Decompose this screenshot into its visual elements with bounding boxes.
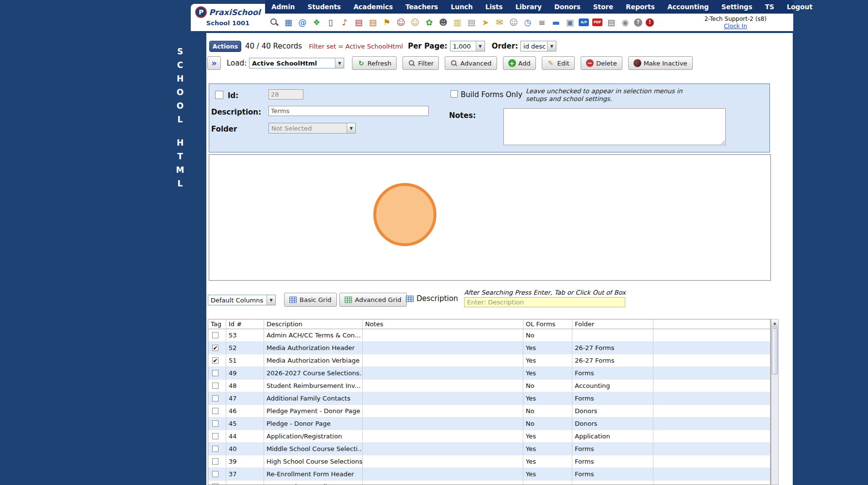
nav-item-lists[interactable]: Lists xyxy=(479,3,509,11)
description-input[interactable] xyxy=(268,106,429,116)
mobile-phone-icon[interactable]: ▯ xyxy=(325,17,336,28)
column-header[interactable]: Folder xyxy=(572,319,653,329)
column-header[interactable] xyxy=(653,319,770,329)
column-header[interactable]: OL Forms xyxy=(523,319,572,329)
table-row[interactable]: 47Additional Family ContactsYesForms xyxy=(208,392,770,405)
scroll-up-arrow-icon[interactable] xyxy=(771,319,778,327)
nav-item-academics[interactable]: Academics xyxy=(347,3,399,11)
column-header[interactable]: Tag xyxy=(208,319,226,329)
leaf-icon[interactable]: ✿ xyxy=(424,17,434,28)
advanced-grid-button[interactable]: Advanced Grid xyxy=(339,293,407,307)
table-row[interactable]: 39High School Course SelectionsYesForms xyxy=(208,455,770,468)
row-tag-checkbox[interactable] xyxy=(212,345,218,351)
orange-circle[interactable] xyxy=(373,183,436,246)
build-forms-only-checkbox[interactable] xyxy=(451,90,458,98)
list-icon[interactable]: ≡ xyxy=(536,17,547,28)
gold-arrow-icon[interactable]: ➤ xyxy=(480,17,491,28)
table-row[interactable]: 46Pledge Payment - Donor PageNoDonors xyxy=(208,405,770,418)
row-tag-checkbox[interactable] xyxy=(212,420,218,427)
nav-item-students[interactable]: Students xyxy=(301,3,347,11)
delete-button[interactable]: Delete xyxy=(581,56,622,70)
column-header[interactable]: Description xyxy=(264,319,363,329)
id-input[interactable] xyxy=(268,89,303,100)
person-yellow-icon[interactable]: ☺ xyxy=(410,17,420,28)
people-icon[interactable]: ☻ xyxy=(438,17,449,28)
student-red-icon[interactable]: ☺ xyxy=(396,17,406,28)
notes-textarea[interactable] xyxy=(503,108,726,145)
folder-select[interactable]: Not Selected xyxy=(268,123,356,134)
preview-panel[interactable] xyxy=(209,154,771,281)
nav-item-accounting[interactable]: Accounting xyxy=(661,3,715,11)
row-tag-checkbox[interactable] xyxy=(212,357,218,364)
chat-bubble-icon[interactable]: ❖ xyxy=(311,17,322,28)
order-select[interactable]: id desc xyxy=(520,41,556,51)
filter-button[interactable]: Filter xyxy=(402,56,439,70)
nav-item-donors[interactable]: Donors xyxy=(548,3,587,11)
table-row[interactable]: 37Re-Enrollment Form HeaderYesForms xyxy=(208,468,770,481)
expand-button[interactable] xyxy=(207,56,221,70)
nav-item-library[interactable]: Library xyxy=(509,3,548,11)
actions-button[interactable]: Actions xyxy=(209,41,241,52)
speaker-icon[interactable]: ♪ xyxy=(339,17,350,28)
nav-item-admin[interactable]: Admin xyxy=(265,3,301,11)
ap-badge-icon[interactable]: A/P xyxy=(579,18,589,26)
table-row[interactable]: 53Admin ACH/CC Terms & Con...No xyxy=(208,329,770,342)
row-tag-checkbox[interactable] xyxy=(212,458,218,465)
table-row[interactable]: 36New Student Enrollment For...YesForms xyxy=(208,481,770,485)
table-row[interactable]: 52Media Authorization HeaderYes26-27 For… xyxy=(208,342,770,354)
nav-item-reports[interactable]: Reports xyxy=(619,3,661,11)
row-tag-checkbox[interactable] xyxy=(212,433,218,439)
advanced-button[interactable]: Advanced xyxy=(445,56,497,70)
notepad-icon[interactable]: ▤ xyxy=(466,17,477,28)
send-mail-icon[interactable]: ✉ xyxy=(494,17,505,28)
row-tag-checkbox[interactable] xyxy=(212,332,218,338)
search-icon[interactable] xyxy=(269,17,280,28)
record-select-checkbox[interactable] xyxy=(215,91,223,99)
cards-icon[interactable]: ▥ xyxy=(452,17,463,28)
column-header[interactable]: Notes xyxy=(363,319,523,329)
basic-grid-button[interactable]: Basic Grid xyxy=(284,293,337,307)
table-grid-icon[interactable]: ▦ xyxy=(283,17,294,28)
printer-icon[interactable]: ▤ xyxy=(606,17,617,28)
megaphone-icon[interactable]: ⚑ xyxy=(382,17,392,28)
table-row[interactable]: 48Student Reimbursement Inv...NoAccounti… xyxy=(208,380,770,392)
calendar-icon[interactable]: ▤ xyxy=(353,17,364,28)
clock-in-link[interactable]: Clock In xyxy=(724,23,747,30)
nav-item-lunch[interactable]: Lunch xyxy=(444,3,479,11)
nav-item-teachers[interactable]: Teachers xyxy=(399,3,444,11)
row-tag-checkbox[interactable] xyxy=(212,446,218,452)
row-tag-checkbox[interactable] xyxy=(212,383,218,389)
row-tag-checkbox[interactable] xyxy=(212,395,218,401)
row-tag-checkbox[interactable] xyxy=(212,370,218,376)
disc-icon[interactable]: ◉ xyxy=(620,17,631,28)
clock-icon[interactable]: ◷ xyxy=(522,17,533,28)
copier-icon[interactable]: ▣ xyxy=(565,17,575,28)
nav-item-settings[interactable]: Settings xyxy=(715,3,759,11)
column-header[interactable]: Id # xyxy=(226,319,264,329)
nav-item-logout[interactable]: Logout xyxy=(781,3,819,11)
nav-item-store[interactable]: Store xyxy=(587,3,619,11)
load-select[interactable]: Active SchoolHtml xyxy=(249,58,344,68)
help-icon[interactable]: ? xyxy=(634,18,642,27)
refresh-button[interactable]: Refresh xyxy=(352,56,397,70)
add-button[interactable]: Add xyxy=(503,56,536,70)
table-row[interactable]: 45Pledge - Donor PageNoDonors xyxy=(208,418,770,430)
table-row[interactable]: 40Middle School Course Selecti...YesForm… xyxy=(208,443,770,455)
columns-select[interactable]: Default Columns xyxy=(208,295,276,305)
description-search-input[interactable] xyxy=(464,297,625,307)
nav-item-ts[interactable]: TS xyxy=(759,3,781,11)
table-row[interactable]: 44Application/RegistrationYesApplication xyxy=(208,430,770,443)
make-inactive-button[interactable]: Make Inactive xyxy=(628,56,693,70)
table-row[interactable]: 51Media Authorization VerbiageYes26-27 F… xyxy=(208,354,770,367)
table-row[interactable]: 492026-2027 Course Selections...YesForms xyxy=(208,367,770,380)
per-page-select[interactable]: 1,000 xyxy=(450,41,485,51)
edit-button[interactable]: Edit xyxy=(542,56,575,70)
person-gray-icon[interactable]: ☺ xyxy=(508,17,519,28)
row-tag-checkbox[interactable] xyxy=(212,471,218,477)
calendar-event-icon[interactable]: ▤ xyxy=(367,17,378,28)
table-scrollbar[interactable] xyxy=(771,319,779,485)
pdf-icon[interactable]: PDF xyxy=(592,18,602,26)
alert-icon[interactable]: ! xyxy=(646,18,654,27)
scrollbar-thumb[interactable] xyxy=(772,328,778,374)
keyboard-icon[interactable]: ▬ xyxy=(551,17,561,28)
